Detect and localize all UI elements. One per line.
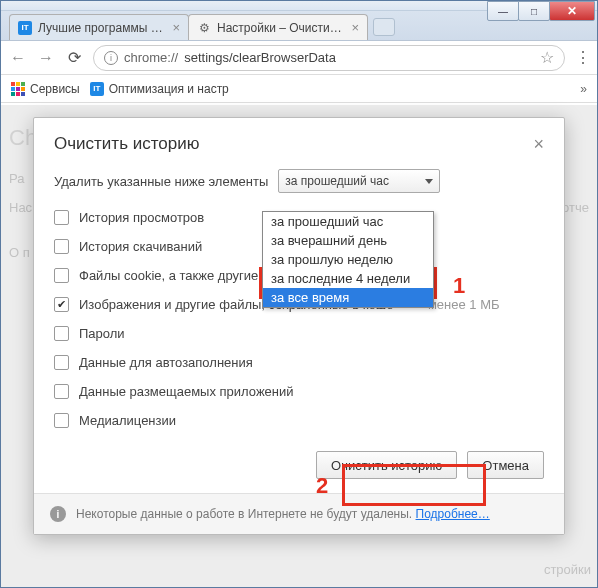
minimize-button[interactable]: —: [487, 1, 519, 21]
cancel-button[interactable]: Отмена: [467, 451, 544, 479]
select-value: за прошедший час: [285, 174, 389, 188]
opt-past-day[interactable]: за вчерашний день: [263, 231, 433, 250]
gear-icon: ⚙: [197, 21, 211, 35]
favicon-it-icon: IT: [18, 21, 32, 35]
url-path: settings/clearBrowserData: [184, 50, 336, 65]
time-range-label: Удалить указанные ниже элементы: [54, 174, 268, 189]
maximize-button[interactable]: □: [518, 1, 550, 21]
clear-history-dialog: Очистить историю × Удалить указанные ниж…: [33, 117, 565, 535]
browser-window: — □ ✕ IT Лучшие программы для… × ⚙ Настр…: [0, 0, 598, 588]
url-scheme: chrome://: [124, 50, 178, 65]
check-hosted-app-data[interactable]: Данные размещаемых приложений: [54, 377, 544, 406]
chevron-down-icon: [425, 179, 433, 184]
info-text: Некоторые данные о работе в Интернете не…: [76, 507, 416, 521]
dialog-info-bar: i Некоторые данные о работе в Интернете …: [34, 493, 564, 534]
opt-past-4-weeks[interactable]: за последние 4 недели: [263, 269, 433, 288]
opt-past-hour[interactable]: за прошедший час: [263, 212, 433, 231]
tab-close-icon[interactable]: ×: [172, 20, 180, 35]
opt-past-week[interactable]: за прошлую неделю: [263, 250, 433, 269]
apps-shortcut[interactable]: Сервисы: [11, 82, 80, 96]
reload-button[interactable]: ⟳: [65, 49, 83, 67]
dialog-close-icon[interactable]: ×: [533, 134, 544, 155]
dialog-title: Очистить историю: [54, 134, 199, 154]
check-media-licenses[interactable]: Медиалицензии: [54, 406, 544, 435]
titlebar: — □ ✕: [1, 1, 597, 11]
opt-all-time[interactable]: за все время: [263, 288, 433, 307]
favicon-it-icon: IT: [90, 82, 104, 96]
toolbar: ← → ⟳ i chrome://settings/clearBrowserDa…: [1, 41, 597, 75]
bookmarks-bar: Сервисы IT Оптимизация и настр »: [1, 75, 597, 103]
time-range-dropdown: за прошедший час за вчерашний день за пр…: [262, 211, 434, 308]
tab-settings[interactable]: ⚙ Настройки – Очистить и… ×: [188, 14, 368, 40]
bookmark-item[interactable]: IT Оптимизация и настр: [90, 82, 229, 96]
learn-more-link[interactable]: Подробнее…: [416, 507, 490, 521]
time-range-select[interactable]: за прошедший час: [278, 169, 440, 193]
back-button[interactable]: ←: [9, 49, 27, 67]
browser-menu-button[interactable]: ⋮: [575, 48, 589, 67]
clear-history-button[interactable]: Очистить историю: [316, 451, 457, 479]
tab-programs[interactable]: IT Лучшие программы для… ×: [9, 14, 189, 40]
new-tab-button[interactable]: [373, 18, 395, 36]
forward-button: →: [37, 49, 55, 67]
address-bar[interactable]: i chrome://settings/clearBrowserData ☆: [93, 45, 565, 71]
tab-label: Лучшие программы для…: [38, 21, 166, 35]
close-window-button[interactable]: ✕: [549, 1, 595, 21]
tab-label: Настройки – Очистить и…: [217, 21, 345, 35]
tab-close-icon[interactable]: ×: [351, 20, 359, 35]
site-info-icon[interactable]: i: [104, 51, 118, 65]
window-controls: — □ ✕: [488, 1, 595, 21]
check-autofill[interactable]: Данные для автозаполнения: [54, 348, 544, 377]
bookmark-star-icon[interactable]: ☆: [540, 48, 554, 67]
info-icon: i: [50, 506, 66, 522]
apps-grid-icon: [11, 82, 25, 96]
bookmarks-overflow-icon[interactable]: »: [580, 82, 587, 96]
check-passwords[interactable]: Пароли: [54, 319, 544, 348]
